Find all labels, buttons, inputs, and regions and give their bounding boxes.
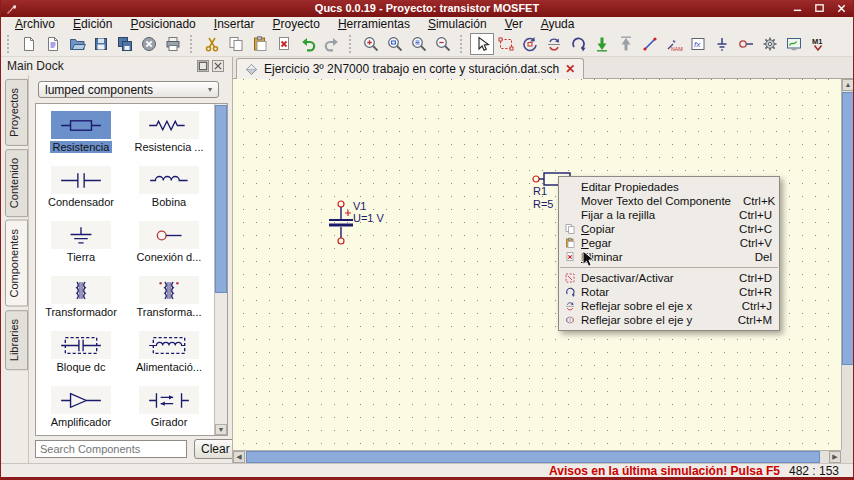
rotate-left-button[interactable] (518, 33, 542, 55)
r1-name-label[interactable]: R1 (533, 185, 547, 197)
component-item-label: Amplificador (48, 416, 115, 428)
ground-icon (713, 35, 731, 53)
svg-text:NAME: NAME (671, 46, 683, 52)
scroll-left-button[interactable]: ◀ (233, 451, 245, 463)
dock-tab-proyectos[interactable]: Proyectos (5, 79, 28, 146)
save-button[interactable] (89, 33, 113, 55)
component-item-girador[interactable]: Girador (126, 386, 212, 428)
component-item-condensador[interactable]: Condensador (38, 166, 124, 208)
equation-button[interactable]: fx (686, 33, 710, 55)
component-item-amplificador[interactable]: Amplificador (38, 386, 124, 428)
document-tab[interactable]: Ejercicio 3º 2N7000 trabajo en corte y s… (236, 58, 584, 79)
menu-insertar[interactable]: Insertar (205, 17, 264, 32)
horizontal-scrollbar[interactable]: ◀ ▶ (233, 450, 841, 463)
new-text-button[interactable] (41, 33, 65, 55)
dc-block-icon (58, 334, 104, 357)
component-item-resistencia[interactable]: Resistencia ... (126, 111, 212, 153)
palette-scrollbar-thumb[interactable] (215, 105, 227, 293)
component-item-tierra[interactable]: Tierra (38, 221, 124, 263)
menu-simulacion[interactable]: Simulación (419, 17, 496, 32)
save-all-button[interactable] (113, 33, 137, 55)
close-button[interactable] (836, 3, 847, 14)
component-item-alimentacio[interactable]: Alimentació... (126, 331, 212, 373)
rotate-button[interactable] (566, 33, 590, 55)
undo-button[interactable] (296, 33, 320, 55)
component-item-transforma[interactable]: Transforma... (126, 276, 212, 318)
mirror-x-button[interactable] (542, 33, 566, 55)
port-button[interactable] (734, 33, 758, 55)
scroll-right-button[interactable]: ▶ (829, 451, 841, 463)
zoom-fit-button[interactable] (407, 33, 431, 55)
simulate-button[interactable] (758, 33, 782, 55)
select-all-button[interactable] (494, 33, 518, 55)
clear-button[interactable]: Clear (194, 439, 237, 459)
component-item-bobina[interactable]: Bobina (126, 166, 212, 208)
minimize-button[interactable] (792, 3, 803, 14)
marker-button[interactable]: M1 (806, 33, 830, 55)
maximize-button[interactable] (814, 3, 825, 14)
dock-tab-libraries[interactable]: Libraries (5, 310, 28, 370)
component-item-resistencia[interactable]: Resistencia (38, 111, 124, 153)
v1-value-label[interactable]: U=1 V (353, 212, 384, 224)
close-doc-button[interactable] (137, 33, 161, 55)
menu-proyecto[interactable]: Proyecto (264, 17, 329, 32)
component-item-transformador[interactable]: Transformador (38, 276, 124, 318)
dock-tab-componentes[interactable]: Componentes (5, 220, 28, 307)
open-button[interactable] (65, 33, 89, 55)
context-menu-item-pegar[interactable]: PegarCtrl+V (559, 236, 779, 250)
dock-float-button[interactable] (197, 60, 209, 72)
copy-icon (564, 223, 576, 235)
zoom-out-button[interactable] (431, 33, 455, 55)
r1-value-label[interactable]: R=5 (533, 198, 554, 210)
titlebar[interactable]: Qucs 0.0.19 - Proyecto: transistor MOSFE… (0, 0, 854, 17)
context-menu-item-reflejar-sobre-el-eje-x[interactable]: Reflejar sobre el eje xCtrl+J (559, 299, 779, 313)
wire-button[interactable] (638, 33, 662, 55)
component-category-dropdown[interactable]: lumped components ▾ (38, 81, 219, 98)
tab-close-icon[interactable]: ✕ (565, 63, 575, 75)
pop-out-icon (617, 35, 635, 53)
view-data-button[interactable] (782, 33, 806, 55)
delete-button[interactable] (272, 33, 296, 55)
context-menu-item-rotar[interactable]: RotarCtrl+R (559, 285, 779, 299)
menu-edicion[interactable]: Edición (64, 17, 121, 32)
name-label-button[interactable]: NAME (662, 33, 686, 55)
context-menu-item-fijar-a-la-rejilla[interactable]: Fijar a la rejillaCtrl+U (559, 208, 779, 222)
menu-archivo[interactable]: Archivo (6, 17, 64, 32)
dock-close-button[interactable] (212, 60, 224, 72)
zoom-in-button[interactable] (359, 33, 383, 55)
context-menu-item-desactivar-activar[interactable]: Desactivar/ActivarCtrl+D (559, 271, 779, 285)
palette-scrollbar[interactable]: ▼ (214, 104, 227, 435)
palette-scroll-down-button[interactable]: ▼ (215, 424, 227, 435)
mirror-y-icon (562, 314, 578, 327)
context-menu-item-editar-propiedades[interactable]: Editar Propiedades (559, 180, 779, 194)
dock-tab-contenido[interactable]: Contenido (5, 149, 28, 217)
menu-ayuda[interactable]: Ayuda (532, 17, 584, 32)
menu-herramientas[interactable]: Herramientas (329, 17, 419, 32)
context-menu-item-label: Rotar (578, 286, 609, 298)
gyrator-icon (139, 386, 199, 414)
copy-button[interactable] (224, 33, 248, 55)
into-subcircuit-button[interactable] (590, 33, 614, 55)
redo-button[interactable] (320, 33, 344, 55)
cut-button[interactable] (200, 33, 224, 55)
print-button[interactable] (161, 33, 185, 55)
zoom-page-button[interactable] (383, 33, 407, 55)
context-menu-item-copiar[interactable]: CopiarCtrl+C (559, 222, 779, 236)
svg-text:fx: fx (694, 40, 701, 49)
ground-button[interactable] (710, 33, 734, 55)
schematic-canvas[interactable]: V1 U=1 V R1 R=5 Editar PropiedadesMover … (233, 79, 841, 450)
component-item-conexion-d[interactable]: Conexión d... (126, 221, 212, 263)
context-menu-item-mover-texto-del-componente[interactable]: Mover Texto del ComponenteCtrl+K (559, 194, 779, 208)
paste-button[interactable] (248, 33, 272, 55)
v1-name-label[interactable]: V1 (353, 200, 366, 212)
pop-out-button[interactable] (614, 33, 638, 55)
component-item-bloque-dc[interactable]: Bloque dc (38, 331, 124, 373)
context-menu-item-reflejar-sobre-el-eje-y[interactable]: Reflejar sobre el eje yCtrl+M (559, 313, 779, 327)
canvas-area: Ejercicio 3º 2N7000 trabajo en corte y s… (232, 57, 854, 463)
menu-posicionado[interactable]: Posicionado (121, 17, 204, 32)
menu-ver[interactable]: Ver (496, 17, 532, 32)
horizontal-scrollbar-thumb[interactable] (246, 451, 820, 463)
new-button[interactable] (17, 33, 41, 55)
select-button[interactable] (470, 33, 494, 55)
search-input[interactable] (35, 440, 187, 458)
